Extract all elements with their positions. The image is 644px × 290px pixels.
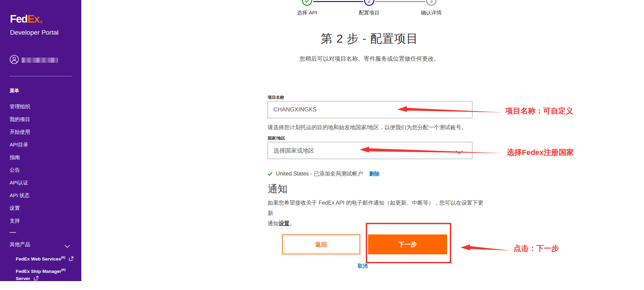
step-2-label: 配置项目 — [345, 10, 393, 16]
user-account-row — [10, 55, 58, 65]
notice-line1: 如果您希望接收关于 FedEx API 的电子邮件通知（如更新、中断等），您可以… — [268, 200, 483, 216]
notice-line2-prefix: 通知 — [268, 220, 279, 226]
annotation-country: 选择Fedex注册国家 — [507, 147, 574, 158]
sidebar-divider — [10, 76, 72, 76]
developer-portal-title: Developer Portal — [10, 29, 59, 36]
sidebar-item-api-certification[interactable]: API认证 — [10, 179, 30, 186]
country-select[interactable]: 选择国家或地区 — [268, 142, 472, 159]
chevron-down-icon[interactable] — [65, 243, 70, 249]
sidebar-item-manage-org[interactable]: 管理组织 — [10, 103, 30, 110]
notice-suffix: 。 — [290, 220, 295, 226]
sidebar: FedEx® Developer Portal 菜单 管理组织 我的项目 开始使… — [0, 0, 81, 281]
project-name-label: 项目名称 — [268, 95, 284, 100]
country-helper-text: 请选择您计划托运的目的地和始发地国家/地区，以便我们为您分配一个测试账号。 — [268, 124, 467, 131]
sidebar-item-api-catalog[interactable]: API目录 — [10, 141, 30, 148]
sidebar-item-fedex-web-services[interactable]: FedEx Web Services(R) — [16, 254, 73, 263]
sidebar-item-my-projects[interactable]: 我的项目 — [10, 116, 30, 123]
user-icon — [10, 55, 19, 65]
step-2-circle: 2 — [364, 0, 374, 6]
next-button[interactable]: 下一步 — [368, 234, 447, 254]
country-label: 国家/地区 — [268, 135, 285, 141]
product-name: FedEx Web Services — [16, 256, 61, 262]
fedex-logo-fed: Fed — [10, 13, 27, 25]
sidebar-item-guides[interactable]: 指南 — [10, 154, 30, 161]
sidebar-item-settings[interactable]: 设置 — [10, 204, 30, 212]
stepper-connector-done — [313, 1, 363, 2]
menu-header: 菜单 — [10, 88, 19, 94]
external-link-icon — [34, 276, 38, 281]
added-country-row: United States - 已添加全局测试帐户 删除 — [268, 170, 379, 178]
annotation-arrow-next — [460, 244, 510, 251]
stepper-connector-todo — [375, 1, 425, 2]
product-trademark: (R) — [61, 268, 66, 271]
sidebar-item-api-status[interactable]: API 状态 — [10, 192, 30, 199]
sidebar-item-fedex-ship-manager-server[interactable]: FedEx Ship Manager(R) Server — [16, 266, 66, 282]
other-products-toggle[interactable]: 其他产品 — [10, 241, 30, 248]
sidebar-menu: 管理组织 我的项目 开始使用 API目录 指南 公告 API认证 API 状态 … — [10, 103, 30, 225]
check-icon — [268, 172, 272, 176]
registered-mark: ® — [40, 20, 43, 24]
cancel-link[interactable]: 取消 — [358, 263, 368, 269]
annotation-project-name: 项目名称：可自定义 — [505, 106, 573, 116]
step-3-circle: 3 — [426, 0, 436, 6]
page-title: 第 2 步 - 配置项目 — [253, 31, 486, 47]
settings-link[interactable]: 设置 — [279, 220, 290, 226]
product-trademark: (R) — [61, 256, 66, 259]
fedex-logo-ex: Ex — [27, 13, 39, 25]
sidebar-item-support[interactable]: 支持 — [10, 217, 30, 225]
notifications-body: 如果您希望接收关于 FedEx API 的电子邮件通知（如更新、中断等），您可以… — [268, 198, 484, 229]
notifications-title: 通知 — [268, 182, 288, 196]
sidebar-item-announcements[interactable]: 公告 — [10, 166, 30, 174]
user-name-redacted — [22, 58, 58, 63]
back-button[interactable]: 返回 — [282, 234, 360, 254]
step-1-check-circle-icon — [302, 0, 312, 6]
annotation-next: 点击：下一步 — [514, 243, 559, 254]
sidebar-short-divider — [10, 232, 16, 233]
added-country-text: United States - 已添加全局测试帐户 — [276, 170, 363, 178]
product-name-line2: Server — [16, 276, 30, 281]
project-name-input[interactable] — [268, 101, 472, 118]
external-link-icon — [69, 257, 73, 262]
country-select-placeholder: 选择国家或地区 — [273, 147, 314, 155]
select-chevron-down-icon[interactable] — [456, 149, 463, 156]
step-1-label: 选择 API — [283, 10, 331, 16]
fedex-logo[interactable]: FedEx® — [10, 13, 43, 25]
sidebar-item-get-started[interactable]: 开始使用 — [10, 128, 30, 136]
step-3-label: 确认详情 — [407, 10, 455, 16]
remove-country-link[interactable]: 删除 — [369, 171, 379, 177]
product-name: FedEx Ship Manager — [16, 269, 61, 274]
page-subtitle: 您稍后可以对项目名称、寄件服务或位置做任何更改。 — [253, 55, 486, 63]
